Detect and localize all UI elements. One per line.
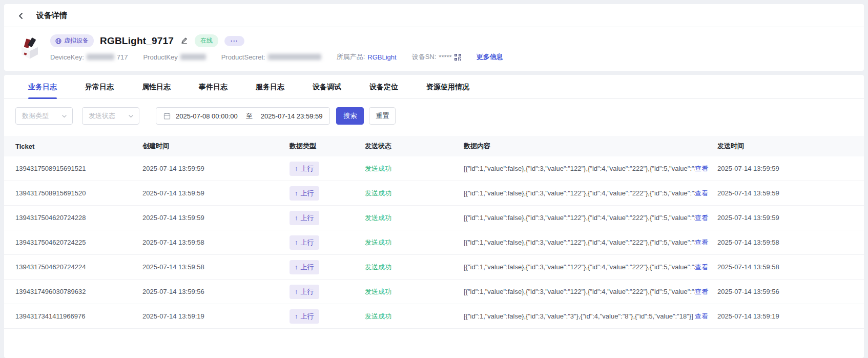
device-fields-row: DeviceKey: 717 ProductKey ProductSecret:… (50, 52, 503, 62)
send-time-cell: 2025-07-14 13:59:59 (717, 165, 853, 172)
more-actions-button[interactable]: ··· (224, 36, 244, 46)
view-link[interactable]: 查看 (695, 189, 708, 198)
send-status-cell: 发送成功 (365, 287, 464, 296)
table-row: 1394317508915691520 2025-07-14 13:59:59 … (4, 181, 864, 206)
device-meta: 虚拟设备 RGBLight_9717 在线 ··· DeviceKey: 717 (50, 34, 503, 62)
data-type-select[interactable]: 数据类型 (15, 107, 73, 125)
qr-code-icon[interactable] (454, 54, 461, 61)
send-time-cell: 2025-07-14 13:59:19 (717, 312, 853, 320)
tab-3[interactable]: 事件日志 (199, 75, 228, 98)
send-status-placeholder: 发送状态 (89, 111, 115, 121)
edit-device-name-icon[interactable] (180, 36, 189, 45)
ticket-cell: 1394317504620724228 (15, 214, 142, 222)
search-button[interactable]: 搜索 (336, 107, 364, 125)
arrow-up-icon: ↑ (295, 288, 298, 295)
ticket-cell: 1394317341411966976 (15, 312, 142, 320)
product-field: 所属产品: RGBLight (337, 52, 397, 62)
device-type-badge: 虚拟设备 (50, 34, 94, 47)
product-key-field: ProductKey (143, 53, 205, 61)
send-status-select[interactable]: 发送状态 (82, 107, 139, 125)
data-content-cell: [{"id":1,"value":false},{"id":3,"value":… (464, 164, 717, 173)
uplink-label: 上行 (301, 238, 314, 247)
table-body: 1394317508915691521 2025-07-14 13:59:59 … (4, 156, 864, 329)
device-logs-card: 业务日志异常日志属性日志事件日志服务日志设备调试设备定位资源使用情况 数据类型 … (4, 75, 864, 358)
arrow-up-icon: ↑ (295, 312, 298, 320)
uplink-label: 上行 (301, 263, 314, 272)
data-type-cell: ↑ 上行 (290, 211, 365, 225)
device-detail-page: 设备详情 虚拟设备 RGBLight (0, 0, 868, 358)
calendar-icon (163, 112, 171, 120)
tab-2[interactable]: 属性日志 (142, 75, 171, 98)
date-range-picker[interactable]: 2025-07-08 00:00:00 至 2025-07-14 23:59:5… (156, 107, 330, 125)
tab-7[interactable]: 资源使用情况 (426, 75, 469, 98)
uplink-tag: ↑ 上行 (290, 186, 319, 201)
uplink-label: 上行 (301, 312, 314, 321)
send-status-cell: 发送成功 (365, 164, 464, 173)
device-sn-label: 设备SN: (412, 52, 437, 62)
uplink-tag: ↑ 上行 (290, 309, 319, 324)
product-key-label: ProductKey (143, 53, 177, 61)
data-type-cell: ↑ 上行 (290, 309, 365, 324)
date-start: 2025-07-08 00:00:00 (176, 112, 238, 120)
data-type-cell: ↑ 上行 (290, 285, 365, 299)
tab-0[interactable]: 业务日志 (28, 75, 57, 98)
view-link[interactable]: 查看 (695, 263, 708, 272)
more-info-link[interactable]: 更多信息 (477, 52, 503, 62)
tab-6[interactable]: 设备定位 (369, 75, 398, 98)
tab-bar: 业务日志异常日志属性日志事件日志服务日志设备调试设备定位资源使用情况 (4, 75, 864, 99)
arrow-up-icon: ↑ (295, 189, 298, 197)
device-type-label: 虚拟设备 (64, 36, 89, 45)
tab-5[interactable]: 设备调试 (313, 75, 341, 98)
ticket-cell: 1394317508915691521 (15, 165, 142, 172)
page-title-row: 设备详情 (4, 4, 864, 27)
send-time-cell: 2025-07-14 13:59:58 (717, 238, 853, 246)
data-content-text: [{"id":1,"value":false},{"id":3,"value":… (464, 189, 695, 197)
uplink-label: 上行 (301, 287, 314, 296)
uplink-label: 上行 (301, 164, 314, 173)
reset-button[interactable]: 重置 (369, 107, 396, 125)
view-link[interactable]: 查看 (695, 287, 708, 296)
send-status-cell: 发送成功 (365, 189, 464, 198)
created-time-cell: 2025-07-14 13:59:59 (142, 214, 290, 222)
device-key-suffix: 717 (117, 53, 128, 61)
masked-value (180, 54, 206, 60)
uplink-tag: ↑ 上行 (290, 235, 319, 250)
table-row: 1394317508915691521 2025-07-14 13:59:59 … (4, 156, 864, 181)
device-header-card: 设备详情 虚拟设备 RGBLight (4, 4, 864, 71)
tab-4[interactable]: 服务日志 (256, 75, 284, 98)
view-link[interactable]: 查看 (695, 238, 708, 247)
device-sn-field: 设备SN: ***** (412, 52, 461, 62)
masked-value (87, 54, 114, 60)
arrow-up-icon: ↑ (295, 238, 298, 246)
send-status-cell: 发送成功 (365, 213, 464, 223)
view-link[interactable]: 查看 (695, 312, 708, 321)
data-content-text: [{"id":1,"value":false},{"id":3,"value":… (464, 238, 695, 246)
data-content-cell: [{"id":1,"value":false},{"id":3,"value":… (464, 238, 717, 247)
product-secret-field: ProductSecret: (221, 53, 321, 61)
data-content-cell: [{"id":1,"value":false},{"id":3,"value":… (464, 213, 717, 223)
device-image (17, 36, 42, 61)
table-header-row: Ticket 创建时间 数据类型 发送状态 数据内容 发送时间 (4, 136, 864, 156)
created-time-cell: 2025-07-14 13:59:59 (142, 165, 290, 172)
product-link[interactable]: RGBLight (367, 53, 396, 61)
send-time-cell: 2025-07-14 13:59:59 (717, 214, 853, 222)
uplink-tag: ↑ 上行 (290, 285, 319, 299)
send-time-cell: 2025-07-14 13:59:59 (717, 189, 853, 197)
device-summary: 虚拟设备 RGBLight_9717 在线 ··· DeviceKey: 717 (4, 27, 864, 71)
data-content-cell: [{"id":1,"value":false},{"id":3,"value":… (464, 312, 717, 321)
arrow-up-icon: ↑ (295, 263, 298, 271)
column-header-created: 创建时间 (142, 142, 290, 151)
uplink-tag: ↑ 上行 (290, 162, 319, 176)
column-header-data-type: 数据类型 (290, 142, 365, 151)
device-sn-value: ***** (439, 53, 451, 61)
back-button[interactable] (16, 11, 26, 21)
send-status-cell: 发送成功 (365, 263, 464, 272)
view-link[interactable]: 查看 (695, 213, 708, 223)
data-content-text: [{"id":1,"value":false},{"id":3,"value":… (464, 214, 695, 222)
ticket-cell: 1394317508915691520 (15, 189, 142, 197)
tab-1[interactable]: 异常日志 (85, 75, 114, 98)
data-type-cell: ↑ 上行 (290, 186, 365, 201)
view-link[interactable]: 查看 (695, 164, 708, 173)
arrow-up-icon: ↑ (295, 214, 298, 222)
device-key-field: DeviceKey: 717 (50, 53, 128, 61)
